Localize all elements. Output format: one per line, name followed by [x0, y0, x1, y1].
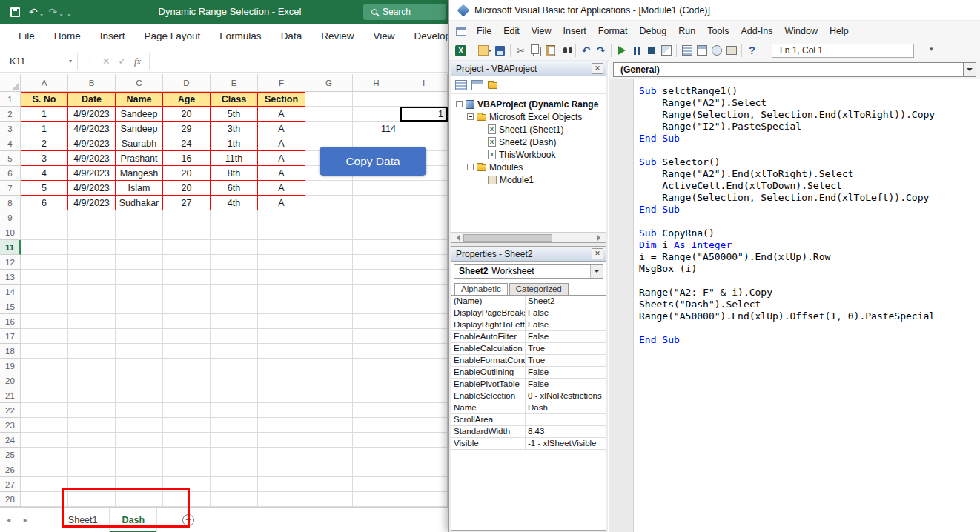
cell-I2[interactable]: 1	[400, 107, 448, 122]
cell-I10[interactable]	[400, 225, 448, 240]
row-header-23[interactable]: 23	[0, 418, 21, 433]
cell-H1[interactable]	[353, 92, 400, 107]
collapse-icon[interactable]	[467, 113, 474, 120]
properties-window-icon[interactable]	[695, 43, 709, 58]
menu-window[interactable]: Window	[779, 23, 824, 39]
row-header-3[interactable]: 3	[0, 122, 21, 136]
cell-C2[interactable]: Sandeep	[116, 107, 163, 122]
property-row-visible[interactable]: Visible-1 - xlSheetVisible	[451, 438, 606, 450]
code-editor[interactable]: Sub selctRange1() Range("A2").Select Ran…	[609, 79, 980, 532]
menu-insert[interactable]: Insert	[557, 23, 592, 39]
cell-B18[interactable]	[68, 344, 116, 359]
cell-E16[interactable]	[211, 314, 258, 329]
view-code-icon[interactable]	[455, 80, 467, 90]
cell-B8[interactable]: 4/9/2023	[68, 196, 116, 210]
cell-G10[interactable]	[305, 225, 353, 240]
cell-H28[interactable]	[353, 492, 400, 507]
cell-C20[interactable]	[116, 373, 163, 388]
cell-H8[interactable]	[353, 196, 400, 210]
cell-G20[interactable]	[305, 373, 353, 388]
cut-icon[interactable]	[514, 43, 528, 58]
row-header-9[interactable]: 9	[0, 210, 21, 225]
cell-G18[interactable]	[305, 344, 353, 359]
cell-H24[interactable]	[353, 433, 400, 448]
ribbon-tab-data[interactable]: Data	[271, 30, 312, 41]
row-header-1[interactable]: 1	[0, 92, 21, 107]
cell-D20[interactable]	[163, 373, 211, 388]
ribbon-tab-file[interactable]: File	[9, 30, 44, 41]
object-browser-icon[interactable]	[709, 43, 724, 58]
cell-I12[interactable]	[400, 255, 448, 270]
insert-function-icon[interactable]: fx	[134, 56, 141, 67]
object-selector-caret-icon[interactable]	[590, 265, 603, 278]
cell-E8[interactable]: 4th	[211, 196, 258, 210]
cell-F7[interactable]: A	[258, 181, 305, 196]
menu-format[interactable]: Format	[592, 23, 634, 39]
column-header-A[interactable]: A	[21, 74, 68, 92]
cell-E2[interactable]: 5th	[211, 107, 258, 122]
cell-B24[interactable]	[68, 433, 116, 448]
cell-G16[interactable]	[305, 314, 353, 329]
cell-F10[interactable]	[258, 225, 305, 240]
row-header-22[interactable]: 22	[0, 403, 21, 418]
insert-userform-icon[interactable]	[474, 43, 492, 58]
property-row-name[interactable]: NameDash	[451, 402, 606, 414]
cell-A25[interactable]	[21, 448, 68, 462]
cell-A24[interactable]	[21, 433, 68, 448]
cell-D14[interactable]	[163, 285, 211, 299]
cell-C18[interactable]	[116, 344, 163, 359]
cell-A11[interactable]	[21, 240, 68, 255]
cell-G21[interactable]	[305, 388, 353, 403]
cell-B1[interactable]: Date	[68, 92, 116, 107]
cell-A12[interactable]	[21, 255, 68, 270]
cell-A23[interactable]	[21, 418, 68, 433]
cell-G24[interactable]	[305, 433, 353, 448]
cell-H17[interactable]	[353, 329, 400, 344]
cell-B13[interactable]	[68, 270, 116, 285]
cell-D17[interactable]	[163, 329, 211, 344]
cell-B16[interactable]	[68, 314, 116, 329]
cell-D16[interactable]	[163, 314, 211, 329]
cell-H3[interactable]: 114	[353, 122, 400, 136]
row-header-18[interactable]: 18	[0, 344, 21, 359]
cell-G8[interactable]	[305, 196, 353, 210]
cell-F15[interactable]	[258, 299, 305, 314]
row-header-8[interactable]: 8	[0, 196, 21, 210]
cell-H25[interactable]	[353, 448, 400, 462]
toolbox-icon[interactable]	[724, 43, 738, 58]
cell-G3[interactable]	[305, 122, 353, 136]
menu-file[interactable]: File	[471, 23, 497, 39]
undo-icon[interactable]: ↶	[27, 6, 39, 18]
cell-B15[interactable]	[68, 299, 116, 314]
break-icon[interactable]	[629, 43, 643, 58]
cell-C10[interactable]	[116, 225, 163, 240]
cell-A27[interactable]	[21, 477, 68, 492]
cell-C5[interactable]: Prashant	[116, 151, 163, 166]
cell-B19[interactable]	[68, 359, 116, 373]
cell-C12[interactable]	[116, 255, 163, 270]
cell-I18[interactable]	[400, 344, 448, 359]
run-icon[interactable]	[615, 43, 629, 58]
ribbon-tab-home[interactable]: Home	[44, 30, 90, 41]
tree-item-sheet2-dash[interactable]: Sheet2 (Dash)	[451, 136, 606, 148]
cell-I13[interactable]	[400, 270, 448, 285]
row-header-2[interactable]: 2	[0, 107, 21, 122]
menu-view[interactable]: View	[526, 23, 557, 39]
cell-A21[interactable]	[21, 388, 68, 403]
property-row-enableformatconditi[interactable]: EnableFormatConditiTrue	[451, 355, 606, 367]
view-excel-icon[interactable]	[454, 43, 468, 58]
save-icon[interactable]	[10, 7, 20, 17]
menu-add-ins[interactable]: Add-Ins	[735, 23, 778, 39]
cell-F12[interactable]	[258, 255, 305, 270]
cell-E21[interactable]	[211, 388, 258, 403]
cell-B4[interactable]: 4/9/2023	[68, 136, 116, 151]
cell-F19[interactable]	[258, 359, 305, 373]
row-header-24[interactable]: 24	[0, 433, 21, 448]
cell-F9[interactable]	[258, 210, 305, 225]
cell-F25[interactable]	[258, 448, 305, 462]
property-row-enableoutlining[interactable]: EnableOutliningFalse	[451, 367, 606, 379]
redo-icon[interactable]	[594, 43, 608, 58]
sheet-nav-right-icon[interactable]: ►	[17, 508, 34, 532]
properties-close-icon[interactable]: ✕	[592, 248, 603, 259]
cell-E3[interactable]: 3th	[211, 122, 258, 136]
